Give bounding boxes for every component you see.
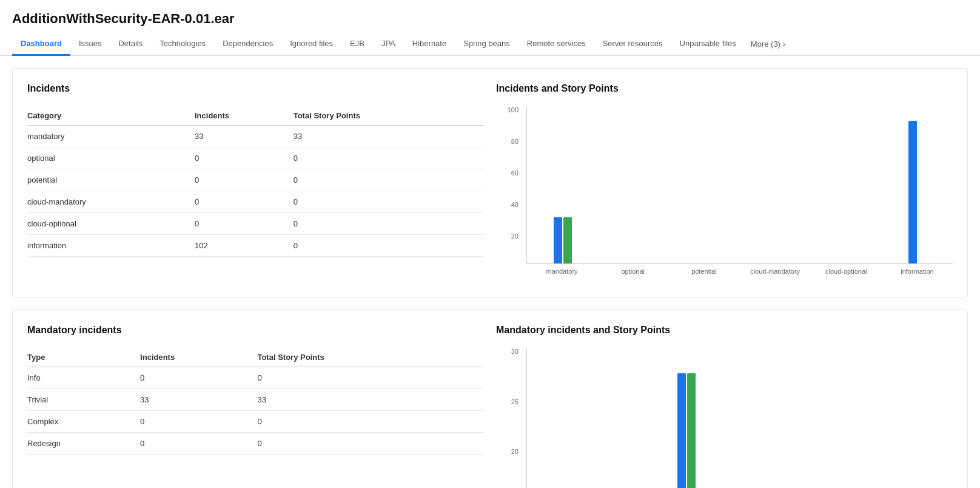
y-axis-label: 30: [511, 348, 519, 355]
tab-technologies[interactable]: Technologies: [151, 33, 214, 56]
tab-unparsable-files[interactable]: Unparsable files: [671, 33, 745, 56]
tab-remote-services[interactable]: Remote services: [519, 33, 594, 56]
incidents-bar: [908, 121, 917, 263]
incidents-chart: 10080604020 mandatoryoptionalpotentialcl…: [496, 106, 953, 282]
mandatory-table: Type Incidents Total Story Points Info00…: [27, 348, 484, 455]
table-row: Trivial3333: [27, 389, 484, 411]
y-axis-label: 60: [511, 169, 519, 177]
tab-ejb[interactable]: EJB: [341, 33, 373, 56]
bar-group: [811, 106, 882, 263]
more-tabs-button[interactable]: More (3) ›: [745, 33, 791, 55]
table-row: cloud-optional00: [27, 213, 484, 235]
x-axis-label: mandatory: [526, 264, 597, 282]
incidents-bar: [554, 217, 562, 263]
bar-group: [740, 106, 811, 263]
table-row: information1020: [27, 235, 484, 257]
x-axis-label: optional: [597, 264, 668, 282]
story-points-bar: [563, 217, 572, 263]
table-row: Info00: [27, 367, 484, 389]
x-axis-label: potential: [668, 264, 739, 282]
table-row: mandatory3333: [27, 126, 484, 147]
table-row: Redesign00: [27, 433, 484, 455]
col-incidents: Incidents: [195, 106, 294, 126]
tab-jpa[interactable]: JPA: [373, 33, 404, 56]
tab-details[interactable]: Details: [110, 33, 151, 56]
y-axis-label: 20: [511, 232, 519, 240]
app-title: AdditionWithSecurity-EAR-0.01.ear: [0, 0, 980, 33]
story-points-bar: [687, 373, 696, 488]
incidents-chart-title: Incidents and Story Points: [496, 83, 953, 94]
y-axis-label: 100: [508, 106, 519, 114]
bar-group: [634, 348, 740, 488]
x-axis-label: cloud-optional: [811, 264, 882, 282]
incidents-card: Incidents Category Incidents Total Story…: [12, 68, 968, 297]
tab-ignored-files[interactable]: Ignored files: [281, 33, 341, 56]
bar-group: [527, 348, 634, 488]
bar-group: [882, 106, 953, 263]
nav-tabs-bar: DashboardIssuesDetailsTechnologiesDepend…: [0, 33, 980, 56]
mandatory-card: Mandatory incidents Type Incidents Total…: [12, 310, 968, 488]
x-axis-label: information: [882, 264, 953, 282]
bar-group: [740, 348, 847, 488]
mandatory-table-section: Mandatory incidents Type Incidents Total…: [27, 325, 484, 488]
col-story-points-m: Total Story Points: [257, 348, 484, 367]
mandatory-chart: 30252015 InfoTrivialComplexRedesign: [496, 348, 953, 488]
table-row: optional00: [27, 147, 484, 169]
incidents-bar: [677, 373, 686, 488]
y-axis-label: 40: [511, 201, 519, 208]
tab-dashboard[interactable]: Dashboard: [12, 33, 70, 56]
incidents-chart-section: Incidents and Story Points 10080604020 m…: [496, 83, 953, 282]
y-axis-label: 80: [511, 138, 519, 145]
bar-group: [847, 348, 953, 488]
y-axis-label: 20: [511, 448, 519, 455]
incidents-table: Category Incidents Total Story Points ma…: [27, 106, 484, 257]
col-incidents-m: Incidents: [140, 348, 257, 367]
col-story-points: Total Story Points: [294, 106, 484, 126]
incidents-title: Incidents: [27, 83, 484, 94]
mandatory-chart-section: Mandatory incidents and Story Points 302…: [496, 325, 953, 488]
bar-group: [527, 106, 598, 263]
table-row: potential00: [27, 169, 484, 191]
col-type: Type: [27, 348, 140, 367]
tab-spring-beans[interactable]: Spring beans: [455, 33, 519, 56]
tab-issues[interactable]: Issues: [70, 33, 110, 56]
col-category: Category: [27, 106, 195, 126]
tab-hibernate[interactable]: Hibernate: [404, 33, 455, 56]
tab-dependencies[interactable]: Dependencies: [214, 33, 281, 56]
table-row: cloud-mandatory00: [27, 191, 484, 213]
tab-server-resources[interactable]: Server resources: [594, 33, 671, 56]
table-row: Complex00: [27, 411, 484, 433]
mandatory-title: Mandatory incidents: [27, 325, 484, 336]
x-axis-label: cloud-mandatory: [740, 264, 811, 282]
mandatory-chart-title: Mandatory incidents and Story Points: [496, 325, 953, 336]
incidents-table-section: Incidents Category Incidents Total Story…: [27, 83, 484, 282]
bar-group: [669, 106, 740, 263]
bar-group: [598, 106, 669, 263]
y-axis-label: 25: [511, 398, 519, 405]
